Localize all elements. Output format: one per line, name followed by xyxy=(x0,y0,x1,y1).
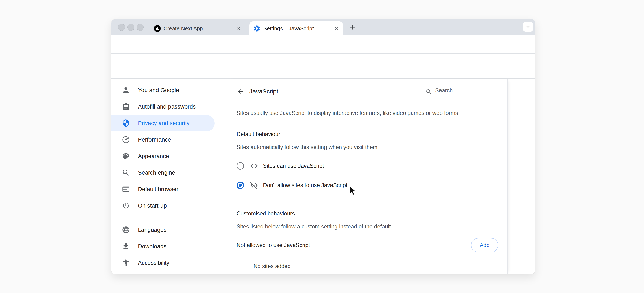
radio-unselected[interactable] xyxy=(236,162,244,170)
sidebar-item-label: Autofill and passwords xyxy=(138,104,196,110)
mouse-cursor-icon xyxy=(349,186,357,196)
sidebar-item-search-engine[interactable]: Search engine xyxy=(112,164,227,181)
subpage-search-input[interactable] xyxy=(435,86,498,96)
sidebar-item-label: On start-up xyxy=(138,202,167,209)
sidebar-item-label: Performance xyxy=(138,136,171,143)
sidebar-divider xyxy=(112,217,227,217)
new-tab-button[interactable] xyxy=(349,24,356,31)
chevron-down-icon xyxy=(525,24,531,30)
minimize-window-button[interactable] xyxy=(127,24,134,31)
browser-toolbar: Chrome chrome://settings/content/javascr… xyxy=(112,36,535,54)
sidebar-item-autofill[interactable]: Autofill and passwords xyxy=(112,98,227,115)
settings-gear-favicon-icon xyxy=(253,25,260,32)
sidebar-item-default-browser[interactable]: Default browser xyxy=(112,181,227,198)
nextjs-favicon-icon xyxy=(154,25,161,32)
radio-selected[interactable] xyxy=(236,182,244,189)
option-label: Don't allow sites to use JavaScript xyxy=(263,182,348,188)
search-icon xyxy=(426,88,432,95)
tab-settings-javascript[interactable]: Settings – JavaScript xyxy=(249,22,343,36)
default-behaviour-subtext: Sites automatically follow this setting … xyxy=(236,144,498,150)
sidebar-item-privacy-and-security[interactable]: Privacy and security xyxy=(112,115,215,132)
settings-sidebar: You and Google Autofill and passwords Pr… xyxy=(112,79,227,274)
power-icon xyxy=(122,202,130,210)
sidebar-item-label: Languages xyxy=(138,226,166,233)
palette-icon xyxy=(122,152,130,160)
customised-behaviours-heading: Customised behaviours xyxy=(236,210,498,217)
clipboard-icon xyxy=(122,102,130,111)
card-right-gutter xyxy=(508,79,535,274)
not-allowed-row: Not allowed to use JavaScript Add xyxy=(236,238,498,252)
tab-search-button[interactable] xyxy=(523,22,533,32)
sidebar-item-on-startup[interactable]: On start-up xyxy=(112,198,227,214)
subpage-title: JavaScript xyxy=(249,88,278,95)
subpage-header: JavaScript xyxy=(228,79,507,104)
sidebar-item-performance[interactable]: Performance xyxy=(112,132,227,148)
sidebar-item-languages[interactable]: Languages xyxy=(112,222,227,238)
zoom-window-button[interactable] xyxy=(137,24,144,31)
not-allowed-label: Not allowed to use JavaScript xyxy=(236,242,310,248)
sidebar-item-you-and-google[interactable]: You and Google xyxy=(112,82,227,98)
sidebar-item-label: Privacy and security xyxy=(138,120,190,126)
add-site-button[interactable]: Add xyxy=(471,238,498,252)
person-icon xyxy=(122,86,130,94)
option-dont-allow-javascript[interactable]: Don't allow sites to use JavaScript xyxy=(236,175,498,196)
search-icon xyxy=(122,168,130,177)
accessibility-icon xyxy=(122,259,130,267)
speedometer-icon xyxy=(122,136,130,144)
back-arrow-icon[interactable] xyxy=(236,88,244,95)
subpage-search[interactable] xyxy=(426,86,498,96)
code-icon xyxy=(250,162,258,170)
desktop-background: Create Next App Settings – JavaScript xyxy=(0,0,644,293)
javascript-settings-card: JavaScript Sites usually use JavaScript … xyxy=(227,79,508,274)
javascript-description: Sites usually use JavaScript to display … xyxy=(236,110,498,116)
sidebar-item-accessibility[interactable]: Accessibility xyxy=(112,254,227,271)
sidebar-item-appearance[interactable]: Appearance xyxy=(112,148,227,164)
close-window-button[interactable] xyxy=(118,24,125,31)
option-label: Sites can use JavaScript xyxy=(263,163,324,169)
default-behaviour-options: Sites can use JavaScript Don't allow sit… xyxy=(236,157,498,196)
default-behaviour-heading: Default behaviour xyxy=(236,131,498,137)
sidebar-item-label: Accessibility xyxy=(138,260,169,266)
browser-window: Create Next App Settings – JavaScript xyxy=(112,19,535,274)
sidebar-item-label: Default browser xyxy=(138,186,178,192)
settings-header: Settings xyxy=(112,54,535,79)
tab-title: Settings – JavaScript xyxy=(264,26,334,32)
settings-body: You and Google Autofill and passwords Pr… xyxy=(112,79,535,274)
close-tab-icon[interactable] xyxy=(334,26,339,31)
shield-icon xyxy=(122,119,130,127)
tab-strip: Create Next App Settings – JavaScript xyxy=(112,19,535,36)
sidebar-item-label: Search engine xyxy=(138,170,175,176)
no-sites-added-text: No sites added xyxy=(236,263,498,270)
subpage-content: Sites usually use JavaScript to display … xyxy=(228,110,507,270)
tab-create-next-app[interactable]: Create Next App xyxy=(151,22,244,36)
window-traffic-lights[interactable] xyxy=(118,24,144,31)
sidebar-item-label: Appearance xyxy=(138,153,169,160)
sidebar-item-downloads[interactable]: Downloads xyxy=(112,238,227,254)
code-off-icon xyxy=(250,181,258,190)
sidebar-item-label: You and Google xyxy=(138,87,179,94)
customised-behaviours-subtext: Sites listed below follow a custom setti… xyxy=(236,224,498,230)
browser-window-icon xyxy=(122,185,130,193)
sidebar-item-label: Downloads xyxy=(138,243,166,250)
globe-icon xyxy=(122,226,130,234)
option-sites-can-use-javascript[interactable]: Sites can use JavaScript xyxy=(236,157,498,174)
close-tab-icon[interactable] xyxy=(236,26,242,31)
tab-title: Create Next App xyxy=(164,26,236,32)
download-icon xyxy=(122,242,130,250)
